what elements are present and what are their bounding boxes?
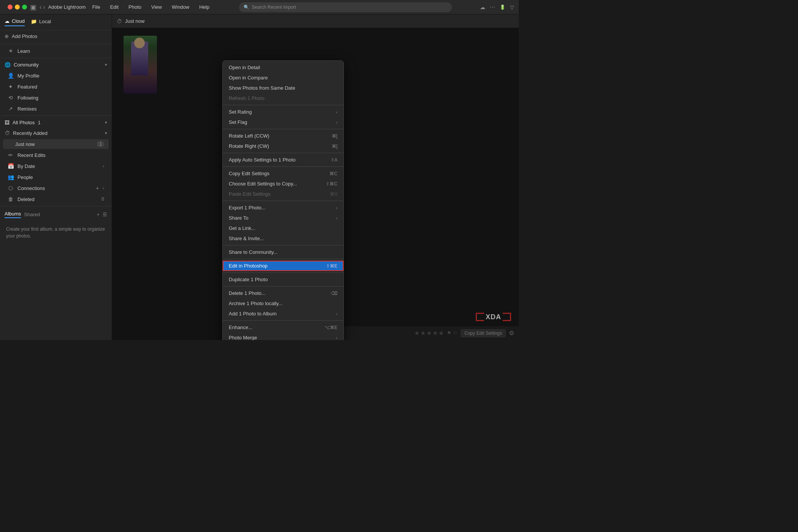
sort-albums-icon[interactable]: ☰: [103, 212, 107, 217]
sidebar-item-connections[interactable]: ⬡ Connections + ‹: [2, 183, 110, 193]
add-connection-icon[interactable]: +: [96, 185, 99, 191]
community-header[interactable]: 🌐 Community ▾: [0, 60, 112, 70]
menu-set-flag[interactable]: Set Flag ›: [223, 117, 344, 127]
menu-rotate-left[interactable]: Rotate Left (CCW) ⌘[: [223, 131, 344, 141]
menu-duplicate[interactable]: Duplicate 1 Photo: [223, 274, 344, 285]
menu-choose-edit[interactable]: Choose Edit Settings to Copy... ⇧⌘C: [223, 179, 344, 189]
menu-share-invite[interactable]: Share & Invite...: [223, 233, 344, 244]
menu-share-to-arrow-icon: ›: [336, 216, 337, 220]
sidebar-item-deleted[interactable]: 🗑 Deleted 0: [2, 194, 110, 204]
photo-grid: Open in Detail Open in Compare Show Phot…: [112, 28, 519, 340]
minimize-button[interactable]: [15, 5, 20, 10]
featured-label: Featured: [17, 84, 37, 90]
menu-edit[interactable]: Edit: [108, 3, 120, 11]
recently-added-label: Recently Added: [13, 130, 102, 136]
local-tab[interactable]: 📁 Local: [31, 19, 51, 26]
sidebar-item-myprofile[interactable]: 👤 My Profile: [2, 70, 110, 81]
following-label: Following: [17, 95, 38, 101]
menu-delete[interactable]: Delete 1 Photo... ⌫: [223, 288, 344, 298]
photos-icon: 🖼: [5, 120, 10, 125]
menu-window[interactable]: Window: [170, 3, 191, 11]
add-photos-button[interactable]: ⊕ Add Photos: [0, 30, 112, 42]
menu-sep-10: [223, 320, 344, 321]
menu-copy-edit[interactable]: Copy Edit Settings ⌘C: [223, 168, 344, 179]
menu-delete-label: Delete 1 Photo...: [229, 290, 266, 296]
recent-edits-icon: ✏: [8, 152, 14, 158]
menu-rotate-right[interactable]: Rotate Right (CW) ⌘]: [223, 141, 344, 151]
just-now-item[interactable]: Just now 1: [3, 139, 109, 149]
menu-show-same-date[interactable]: Show Photos from Same Date: [223, 83, 344, 93]
menu-view[interactable]: View: [149, 3, 164, 11]
battery-icon: 🔋: [500, 5, 505, 10]
sidebar-item-recent-edits[interactable]: ✏ Recent Edits: [2, 150, 110, 160]
recent-edits-label: Recent Edits: [17, 152, 46, 158]
sidebar-item-following[interactable]: ⟲ Following: [2, 92, 110, 103]
menu-set-rating-label: Set Rating: [229, 109, 252, 115]
add-album-icon[interactable]: +: [97, 212, 100, 217]
sidebar-item-remixes[interactable]: ↗ Remixes: [2, 103, 110, 114]
globe-icon: 🌐: [5, 62, 11, 68]
menu-rotate-left-label: Rotate Left (CCW): [229, 133, 269, 139]
sidebar-item-learn[interactable]: ☀ Learn: [2, 46, 110, 56]
back-arrow-icon[interactable]: ‹: [40, 4, 41, 11]
sidebar-item-by-date[interactable]: 📅 By Date ‹: [2, 161, 110, 171]
menu-paste-edit: Paste Edit Settings ⌘V: [223, 189, 344, 199]
add-photos-label: Add Photos: [12, 33, 37, 39]
menu-photo[interactable]: Photo: [127, 3, 143, 11]
all-photos-count: 1: [38, 120, 41, 125]
menu-share-community[interactable]: Share to Community...: [223, 247, 344, 257]
just-now-count: 1: [97, 141, 104, 147]
menu-open-compare[interactable]: Open in Compare: [223, 73, 344, 83]
menu-add-album[interactable]: Add 1 Photo to Album ›: [223, 309, 344, 319]
close-button[interactable]: [8, 5, 13, 10]
connections-label: Connections: [17, 185, 45, 191]
sidebar-item-featured[interactable]: ✦ Featured: [2, 81, 110, 92]
recently-added-row[interactable]: ⏱ Recently Added ▾: [0, 128, 112, 138]
menu-sep-3: [223, 153, 344, 153]
titlebar-right: ☁ ⋯ 🔋 ▽: [480, 4, 514, 10]
menu-photo-merge[interactable]: Photo Merge ›: [223, 332, 344, 340]
menu-paste-edit-label: Paste Edit Settings: [229, 191, 271, 197]
sidebar-toggle-icon[interactable]: ▣: [30, 3, 36, 11]
menu-set-rating[interactable]: Set Rating ›: [223, 107, 344, 117]
by-date-chevron-icon: ‹: [103, 164, 104, 168]
menu-enhance-label: Enhance...: [229, 325, 252, 330]
search-bar[interactable]: 🔍 Search Recent Import: [239, 2, 452, 12]
cloud-tab[interactable]: ☁ Cloud: [5, 18, 25, 26]
menu-rotate-right-label: Rotate Right (CW): [229, 143, 269, 149]
trash-icon: 🗑: [8, 196, 14, 202]
cloud-label: Cloud: [12, 18, 25, 24]
albums-tab[interactable]: Albums: [5, 211, 21, 218]
creative-cloud-icon: ☁: [480, 4, 485, 10]
menu-help[interactable]: Help: [197, 3, 211, 11]
menu-auto-settings[interactable]: Apply Auto Settings to 1 Photo ⇧A: [223, 155, 344, 165]
maximize-button[interactable]: [22, 5, 27, 10]
remixes-label: Remixes: [17, 106, 37, 112]
menu-photo-merge-label: Photo Merge: [229, 335, 257, 340]
menu-sep-1: [223, 105, 344, 105]
menu-archive[interactable]: Archive 1 Photo locally...: [223, 298, 344, 309]
menu-edit-photoshop-label: Edit in Photoshop: [229, 263, 268, 269]
menu-file[interactable]: File: [90, 3, 102, 11]
menu-export-arrow-icon: ›: [336, 206, 337, 210]
menu-export-label: Export 1 Photo...: [229, 205, 266, 211]
sidebar-item-people[interactable]: 👥 People: [2, 172, 110, 182]
menu-get-link[interactable]: Get a Link...: [223, 223, 344, 233]
shared-tab[interactable]: Shared: [24, 212, 40, 217]
search-icon: 🔍: [244, 5, 249, 10]
menu-enhance[interactable]: Enhance... ⌥⌘E: [223, 322, 344, 332]
filter-icon[interactable]: ▽: [510, 4, 514, 10]
app-name: Adobe Lightroom: [48, 4, 86, 10]
learn-label: Learn: [17, 48, 30, 54]
menu-share-to[interactable]: Share To ›: [223, 213, 344, 223]
menu-refresh-photo-label: Refresh 1 Photo: [229, 95, 264, 101]
menu-edit-photoshop[interactable]: Edit in Photoshop ⇧⌘E: [223, 261, 344, 271]
all-photos-header[interactable]: 🖼 All Photos 1 ▾: [0, 117, 112, 128]
menu-sep-9: [223, 286, 344, 287]
profile-icon: 👤: [8, 73, 14, 79]
forward-arrow-icon[interactable]: ›: [43, 4, 45, 11]
menu-open-detail[interactable]: Open in Detail: [223, 62, 344, 73]
menu-edit-photoshop-shortcut: ⇧⌘E: [326, 263, 337, 269]
menu-photo-merge-arrow-icon: ›: [336, 336, 337, 340]
menu-export[interactable]: Export 1 Photo... ›: [223, 203, 344, 213]
